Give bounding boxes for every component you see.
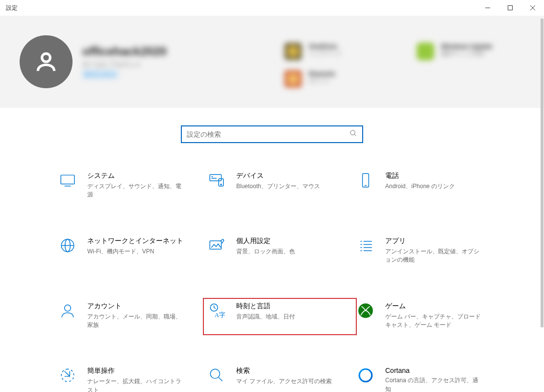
- category-desc: 背景、ロック画面、色: [236, 247, 295, 256]
- svg-point-4: [42, 53, 50, 62]
- paint-icon: [208, 237, 225, 254]
- category-desc: ディスプレイ、サウンド、通知、電源: [87, 182, 185, 199]
- category-title: 電話: [385, 172, 455, 180]
- devices-icon: [208, 172, 225, 189]
- search-input[interactable]: [187, 130, 349, 138]
- category-title: Cortana: [385, 367, 483, 374]
- minimize-button[interactable]: [476, 0, 499, 16]
- svg-rect-7: [61, 175, 74, 184]
- category-desc: Bluetooth、プリンター、マウス: [236, 182, 320, 191]
- category-title: デバイス: [236, 172, 320, 180]
- account-header: officehack2020 ローカル アカウント サインイン OneDrive…: [0, 16, 544, 108]
- svg-point-11: [221, 184, 222, 185]
- svg-line-31: [214, 307, 216, 308]
- window-title: 設定: [6, 4, 18, 12]
- category-desc: アカウント、メール、同期、職場、家族: [87, 313, 185, 330]
- close-button[interactable]: [521, 0, 544, 16]
- category-cortana[interactable]: Cortana Cortana の言語、アクセス許可、通知: [357, 367, 499, 392]
- search-box[interactable]: [181, 125, 363, 143]
- category-title: 個人用設定: [236, 237, 295, 245]
- category-personalization[interactable]: 個人用設定 背景、ロック画面、色: [208, 237, 350, 265]
- person-icon: [34, 49, 58, 74]
- category-accounts[interactable]: アカウント アカウント、メール、同期、職場、家族: [59, 302, 201, 330]
- category-title: アカウント: [87, 302, 185, 311]
- svg-line-35: [219, 378, 222, 381]
- svg-point-5: [350, 130, 355, 135]
- svg-rect-14: [363, 173, 369, 187]
- phone-icon: [357, 172, 374, 189]
- category-desc: Android、iPhone のリンク: [385, 182, 455, 191]
- cortana-icon: [357, 367, 374, 384]
- search-icon: [349, 129, 357, 139]
- category-desc: ナレーター、拡大鏡、ハイコントラスト: [87, 377, 185, 392]
- category-desc: マイ ファイル、アクセス許可の検索: [236, 377, 332, 386]
- category-title: システム: [87, 172, 185, 180]
- category-search[interactable]: 検索 マイ ファイル、アクセス許可の検索: [208, 367, 350, 392]
- window-controls: [476, 0, 544, 16]
- category-title: 簡単操作: [87, 367, 185, 375]
- category-network[interactable]: ネットワークとインターネット Wi-Fi、機内モード、VPN: [59, 237, 201, 265]
- category-desc: Cortana の言語、アクセス許可、通知: [385, 376, 483, 392]
- category-desc: ゲーム バー、キャプチャ、ブロードキャスト、ゲーム モード: [385, 313, 483, 330]
- svg-point-36: [359, 369, 372, 382]
- globe-icon: [59, 237, 76, 254]
- category-apps[interactable]: アプリ アンインストール、既定値、オプションの機能: [357, 237, 499, 265]
- search-row: [0, 125, 544, 143]
- user-avatar[interactable]: [20, 35, 73, 88]
- category-title: 検索: [236, 367, 332, 375]
- account-icon: [59, 302, 76, 319]
- xbox-icon: [357, 302, 374, 319]
- system-icon: [59, 172, 76, 189]
- category-desc: 音声認識、地域、日付: [236, 313, 295, 321]
- settings-grid: システム ディスプレイ、サウンド、通知、電源 デバイス Bluetooth、プリ…: [59, 172, 490, 392]
- svg-point-28: [65, 305, 71, 311]
- category-time-language[interactable]: A字 時刻と言語 音声認識、地域、日付: [203, 298, 357, 336]
- ease-icon: [59, 367, 76, 384]
- category-phone[interactable]: 電話 Android、iPhone のリンク: [357, 172, 499, 199]
- category-desc: Wi-Fi、機内モード、VPN: [87, 247, 183, 256]
- category-title: ゲーム: [385, 302, 483, 311]
- search-category-icon: [208, 367, 225, 384]
- category-title: ネットワークとインターネット: [87, 237, 183, 245]
- svg-rect-19: [210, 241, 221, 249]
- svg-point-34: [210, 369, 220, 379]
- svg-text:A字: A字: [215, 311, 225, 318]
- category-desc: アンインストール、既定値、オプションの機能: [385, 247, 483, 265]
- time-language-icon: A字: [208, 302, 225, 319]
- svg-rect-1: [508, 6, 513, 10]
- category-ease-of-access[interactable]: 簡単操作 ナレーター、拡大鏡、ハイコントラスト: [59, 367, 201, 392]
- scrollbar-thumb[interactable]: [541, 19, 544, 327]
- svg-line-6: [354, 134, 356, 136]
- category-system[interactable]: システム ディスプレイ、サウンド、通知、電源: [59, 172, 201, 199]
- apps-icon: [357, 237, 374, 254]
- user-block: officehack2020 ローカル アカウント サインイン: [20, 24, 167, 99]
- svg-rect-9: [210, 174, 221, 181]
- maximize-button[interactable]: [499, 0, 521, 16]
- category-devices[interactable]: デバイス Bluetooth、プリンター、マウス: [208, 172, 350, 199]
- category-gaming[interactable]: ゲーム ゲーム バー、キャプチャ、ブロードキャスト、ゲーム モード: [357, 302, 499, 330]
- titlebar: 設定: [0, 0, 544, 16]
- category-title: 時刻と言語: [236, 302, 295, 311]
- user-info-blurred: officehack2020 ローカル アカウント サインイン: [82, 45, 167, 79]
- category-title: アプリ: [385, 237, 483, 245]
- header-cards-blurred: OneDriveバックアップ Windows Update最終チェック日時 Re…: [284, 43, 534, 88]
